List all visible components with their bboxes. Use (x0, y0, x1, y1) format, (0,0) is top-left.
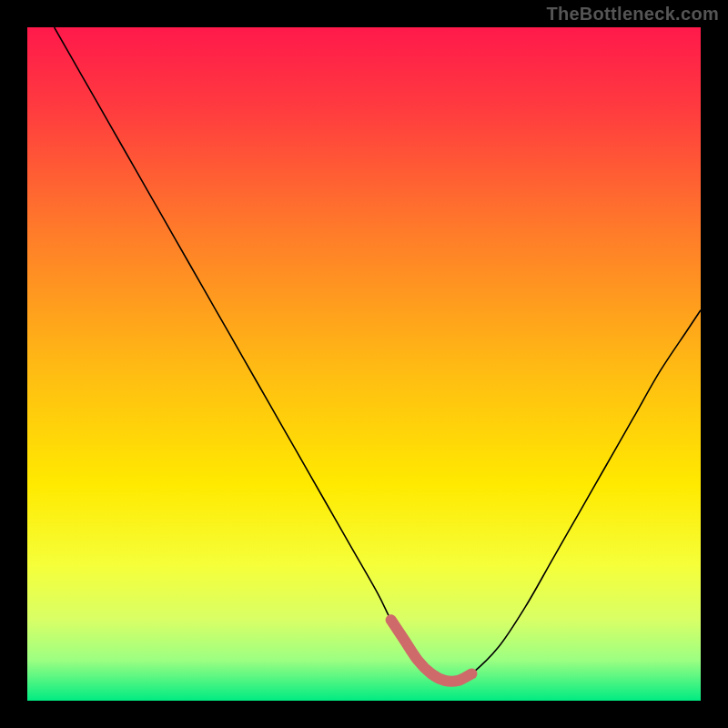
bottleneck-plot (27, 27, 701, 701)
watermark-text: TheBottleneck.com (546, 4, 719, 25)
chart-stage: TheBottleneck.com (0, 0, 728, 728)
gradient-background (27, 27, 701, 701)
